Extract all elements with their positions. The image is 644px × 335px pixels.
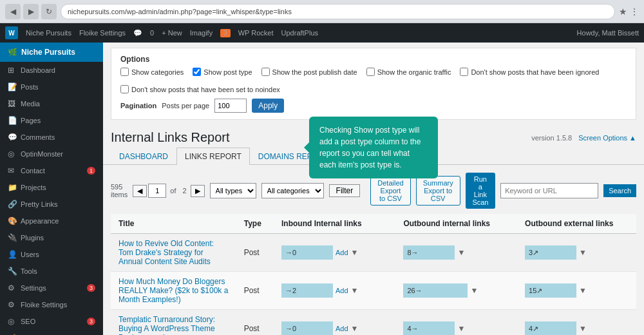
prev-page-button[interactable]: ◀ bbox=[133, 185, 147, 197]
type-filter[interactable]: All typesPostPage bbox=[210, 183, 256, 198]
show-categories-checkbox[interactable]: Show categories bbox=[120, 68, 184, 76]
sidebar-item-pages[interactable]: 📄 Pages bbox=[0, 112, 103, 129]
show-organic-input[interactable] bbox=[366, 68, 375, 76]
sidebar-item-floike[interactable]: ⚙ Floike Settings bbox=[0, 296, 103, 313]
row1-inbound-dropdown[interactable]: ▼ bbox=[351, 248, 359, 257]
tooltip-box: Checking Show post type will add a post … bbox=[309, 117, 438, 178]
row3-outbound-ext-dropdown[interactable]: ▼ bbox=[579, 324, 587, 333]
row2-type-cell: Post bbox=[236, 272, 274, 310]
options-checkboxes: Show categories Show post type Show the … bbox=[120, 68, 627, 93]
new-button[interactable]: + New bbox=[162, 29, 182, 37]
row1-outbound-int-dropdown[interactable]: ▼ bbox=[457, 248, 465, 257]
dont-show-ignored-input[interactable] bbox=[460, 68, 468, 76]
summary-export-button[interactable]: Summary Export to CSV bbox=[416, 176, 460, 206]
dont-show-noindex-input[interactable] bbox=[120, 85, 129, 93]
row1-add-link[interactable]: Add bbox=[336, 249, 348, 256]
sidebar-item-tools[interactable]: 🔧 Tools bbox=[0, 263, 103, 280]
row2-outbound-ext-dropdown[interactable]: ▼ bbox=[579, 286, 587, 295]
row2-inbound-dropdown[interactable]: ▼ bbox=[351, 286, 359, 295]
row2-title-link[interactable]: How Much Money Do Bloggers REALLY Make? … bbox=[118, 277, 228, 304]
row2-add-link[interactable]: Add bbox=[336, 287, 348, 294]
sidebar-item-optinmonster[interactable]: ◎ OptinMonster bbox=[0, 146, 103, 162]
dont-show-noindex-checkbox[interactable]: Don't show posts that have been set to n… bbox=[120, 85, 280, 93]
col-outbound-int-header: Outbound internal links bbox=[395, 214, 517, 234]
row2-title-cell: How Much Money Do Bloggers REALLY Make? … bbox=[111, 272, 236, 310]
show-categories-input[interactable] bbox=[120, 68, 129, 76]
search-button[interactable]: Search bbox=[603, 184, 636, 197]
row3-outbound-int-cell: 4→ ▼ bbox=[395, 310, 517, 336]
show-post-type-checkbox[interactable]: Show post type bbox=[193, 68, 252, 76]
row3-type-cell: Post bbox=[236, 310, 274, 336]
plugins-icon: 🔌 bbox=[8, 233, 17, 242]
detailed-export-button[interactable]: Detailed Export to CSV bbox=[370, 176, 410, 206]
page-title: Internal Links Report bbox=[111, 130, 230, 145]
row1-inbound-bar: →0 bbox=[281, 245, 333, 260]
search-input[interactable] bbox=[500, 183, 598, 198]
row3-inbound-dropdown[interactable]: ▼ bbox=[351, 324, 359, 333]
run-scan-button[interactable]: Run a Link Scan bbox=[466, 173, 495, 209]
browser-icons: ★ ⋮ bbox=[619, 6, 639, 17]
tab-links-report[interactable]: LINKS REPORT bbox=[176, 148, 250, 165]
filter-button[interactable]: Filter bbox=[329, 184, 361, 197]
sidebar-item-users[interactable]: 👤 Users bbox=[0, 246, 103, 263]
row3-add-link[interactable]: Add bbox=[336, 325, 348, 332]
show-organic-checkbox[interactable]: Show the organic traffic bbox=[366, 68, 451, 76]
row2-outbound-int-dropdown[interactable]: ▼ bbox=[470, 286, 478, 295]
pretty-links-icon: 🔗 bbox=[8, 200, 17, 209]
sidebar-item-posts[interactable]: 📝 Posts bbox=[0, 79, 103, 95]
category-filter[interactable]: All categories bbox=[261, 183, 324, 198]
sidebar-item-comments[interactable]: 💬 Comments bbox=[0, 129, 103, 146]
row3-outbound-ext-count: 4↗ bbox=[529, 325, 538, 333]
updraftplus-btn[interactable]: UpdraftPlus bbox=[281, 29, 318, 37]
row1-outbound-ext-bar: 3↗ bbox=[525, 245, 576, 260]
imagify-btn[interactable]: Imagify bbox=[190, 29, 213, 37]
users-icon: 👤 bbox=[8, 250, 17, 259]
row3-outbound-ext-bar: 4↗ bbox=[525, 321, 576, 335]
site-name[interactable]: Niche Pursuits bbox=[26, 29, 71, 37]
sidebar-item-seo[interactable]: ◎ SEO 3 bbox=[0, 313, 103, 330]
logo-icon: 🌿 bbox=[8, 48, 17, 57]
media-icon: 🖼 bbox=[8, 99, 17, 108]
row3-title-cell: Templatic Turnaround Story: Buying A Wor… bbox=[111, 310, 236, 336]
back-button[interactable]: ◀ bbox=[5, 4, 21, 19]
wp-rocket-btn[interactable]: WP Rocket bbox=[238, 29, 274, 37]
url-bar[interactable]: nichepursuits.com/wp-admin/admin.php?pag… bbox=[61, 4, 615, 19]
dont-show-ignored-checkbox[interactable]: Don't show posts that have been ignored bbox=[460, 68, 599, 76]
seo-icon: ◎ bbox=[8, 317, 17, 326]
row1-type-cell: Post bbox=[236, 234, 274, 272]
row1-outbound-ext-count: 3↗ bbox=[529, 249, 538, 257]
sidebar-item-plugins[interactable]: 🔌 Plugins bbox=[0, 229, 103, 246]
sidebar-item-projects[interactable]: 📁 Projects bbox=[0, 179, 103, 196]
show-post-type-input[interactable] bbox=[193, 68, 201, 76]
refresh-button[interactable]: ↻ bbox=[41, 4, 57, 19]
forward-button[interactable]: ▶ bbox=[23, 4, 39, 19]
row3-title-link[interactable]: Templatic Turnaround Story: Buying A Wor… bbox=[118, 315, 215, 335]
tab-dashboard[interactable]: DASHBOARD bbox=[111, 148, 176, 165]
sidebar-item-amp[interactable]: ⚡ AMP bbox=[0, 330, 103, 335]
row1-title-link[interactable]: How to Revive Old Content: Tom Drake's S… bbox=[118, 239, 214, 266]
row1-outbound-int-cell: 8→ ▼ bbox=[395, 234, 517, 272]
sidebar-item-contact[interactable]: ✉ Contact 1 bbox=[0, 162, 103, 179]
posts-per-page-input[interactable] bbox=[214, 99, 247, 113]
table-row: How to Revive Old Content: Tom Drake's S… bbox=[111, 234, 636, 272]
sidebar-item-dashboard[interactable]: ⊞ Dashboard bbox=[0, 62, 103, 79]
pagination-label: Pagination bbox=[120, 102, 156, 110]
sidebar-item-appearance[interactable]: 🎨 Appearance bbox=[0, 213, 103, 229]
apply-button[interactable]: Apply bbox=[252, 99, 284, 113]
show-publish-date-input[interactable] bbox=[261, 68, 270, 76]
sidebar-item-settings[interactable]: ⚙ Settings 3 bbox=[0, 280, 103, 296]
current-page-input[interactable] bbox=[148, 184, 166, 198]
orange-badge: 3 bbox=[220, 29, 231, 37]
row1-outbound-ext-dropdown[interactable]: ▼ bbox=[579, 248, 587, 257]
floike-settings[interactable]: Floike Settings bbox=[79, 29, 126, 37]
screen-options-button[interactable]: Screen Options ▲ bbox=[578, 134, 636, 142]
wp-logo-icon[interactable]: W bbox=[5, 26, 18, 39]
sidebar-item-media[interactable]: 🖼 Media bbox=[0, 95, 103, 112]
row2-inbound-cell: →2 Add ▼ bbox=[274, 272, 395, 310]
next-page-button[interactable]: ▶ bbox=[191, 185, 205, 197]
show-publish-date-checkbox[interactable]: Show the post publish date bbox=[261, 68, 357, 76]
sidebar-item-pretty-links[interactable]: 🔗 Pretty Links bbox=[0, 196, 103, 213]
row1-outbound-ext-cell: 3↗ ▼ bbox=[517, 234, 636, 272]
table-row: How Much Money Do Bloggers REALLY Make? … bbox=[111, 272, 636, 310]
row3-outbound-int-dropdown[interactable]: ▼ bbox=[457, 324, 465, 333]
